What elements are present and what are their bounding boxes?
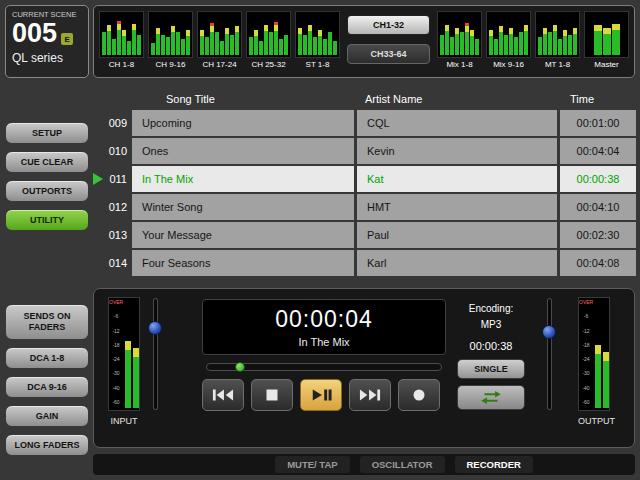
tab-recorder[interactable]: RECORDER (455, 456, 533, 473)
meter-group-label: Mix 1-8 (446, 60, 472, 69)
meter-bar (509, 28, 513, 55)
meter-bar (563, 30, 567, 55)
meter-bar (269, 32, 273, 55)
sidebar-button-cue-clear[interactable]: CUE CLEAR (5, 151, 89, 173)
meter-bar (176, 32, 180, 55)
meter-bar (284, 35, 288, 56)
song-time-cell: 00:02:30 (560, 222, 636, 248)
sidebar-button-sends-on-faders[interactable]: SENDS ON FADERS (5, 304, 89, 340)
meter-group-label: Master (594, 60, 618, 69)
play-pause-button[interactable] (300, 379, 342, 411)
input-fader-knob[interactable] (148, 321, 162, 335)
progress-bar[interactable] (206, 363, 442, 371)
encoding-label: Encoding: (454, 301, 528, 317)
song-title-cell: In The Mix (132, 166, 354, 192)
meter-display (148, 11, 193, 58)
fader-track (154, 299, 157, 409)
song-number-cell: 012 (93, 194, 129, 220)
meter-bar (112, 39, 116, 55)
song-number-cell: 014 (93, 250, 129, 276)
meter-bar (133, 348, 139, 408)
bank-button-ch33-64[interactable]: CH33-64 (347, 44, 430, 64)
meter-bar (102, 32, 106, 55)
meter-display (197, 11, 242, 58)
table-row[interactable]: 011In The MixKat00:00:38 (93, 166, 635, 192)
meter-bar (558, 39, 562, 55)
song-number: 013 (109, 229, 127, 241)
tab-oscillator[interactable]: OSCILLATOR (360, 456, 445, 473)
previous-track-button[interactable] (202, 379, 244, 411)
repeat-button[interactable] (457, 385, 525, 410)
meter-group-label: CH 17-24 (202, 60, 236, 69)
meter-bar (603, 28, 611, 55)
next-track-button[interactable] (349, 379, 391, 411)
sidebar-button-long-faders[interactable]: LONG FADERS (5, 434, 89, 456)
meter-bar (205, 37, 209, 55)
meter-bar (298, 28, 302, 55)
song-artist-cell: Kat (357, 166, 557, 192)
output-label: OUTPUT (578, 416, 610, 426)
meter-bar (318, 30, 322, 55)
song-number-cell: 011 (93, 166, 129, 192)
meter-scale: OVER-6-12-18-24-30-40-60 (109, 298, 123, 410)
meter-bar (249, 37, 253, 55)
meter-bar (279, 39, 283, 55)
sidebar-button-setup[interactable]: SETUP (5, 122, 89, 144)
recorder-panel: OVER-6-12-18-24-30-40-60 INPUT 00:00:04 … (93, 288, 635, 448)
meter-bridge: CH 1-8CH 9-16CH 17-24CH 25-32ST 1-8 CH1-… (93, 5, 635, 78)
song-title-cell: Winter Song (132, 194, 354, 220)
tab-mute-tap[interactable]: MUTE/ TAP (275, 456, 350, 473)
encoding-value: MP3 (454, 317, 528, 333)
record-button[interactable] (398, 379, 440, 411)
progress-knob[interactable] (235, 362, 245, 372)
meter-groups-left: CH 1-8CH 9-16CH 17-24CH 25-32ST 1-8 (98, 11, 341, 69)
output-fader-knob[interactable] (542, 325, 556, 339)
meter-scale: OVER-6-12-18-24-30-40-60 (579, 298, 593, 410)
meter-bar (215, 32, 219, 55)
app-root: CURRENT SCENE 005 E QL series CH 1-8CH 9… (0, 0, 640, 480)
bank-button-ch1-32[interactable]: CH1-32 (347, 15, 430, 35)
meter-bar (519, 32, 523, 55)
song-artist-cell: HMT (357, 194, 557, 220)
time-display: 00:00:04 In The Mix (202, 299, 446, 355)
table-row[interactable]: 009UpcomingCQL00:01:00 (93, 110, 635, 136)
meter-bar (225, 28, 229, 55)
output-fader[interactable] (544, 299, 556, 409)
current-song-title: In The Mix (298, 336, 349, 348)
song-artist-cell: Paul (357, 222, 557, 248)
sidebar-button-dca-9-16[interactable]: DCA 9-16 (5, 376, 89, 398)
song-number-cell: 013 (93, 222, 129, 248)
input-fader[interactable] (150, 299, 162, 409)
meter-group-st-1-8: ST 1-8 (294, 11, 341, 69)
meter-bar (612, 24, 620, 55)
table-row[interactable]: 013Your MessagePaul00:02:30 (93, 222, 635, 248)
meter-bar (132, 24, 136, 55)
meter-group-label: CH 25-32 (251, 60, 285, 69)
meter-bar (328, 32, 332, 55)
meter-bar (127, 41, 131, 55)
sidebar-button-dca-1-8[interactable]: DCA 1-8 (5, 347, 89, 369)
meter-channels (593, 298, 611, 410)
single-mode-button[interactable]: SINGLE (457, 359, 525, 379)
song-title-cell: Four Seasons (132, 250, 354, 276)
meter-bar (274, 22, 278, 55)
meter-display (535, 11, 580, 58)
meter-channels (123, 298, 141, 410)
sidebar-button-utility[interactable]: UTILITY (5, 209, 89, 231)
sidebar-button-gain[interactable]: GAIN (5, 405, 89, 427)
encoding-info: Encoding: MP3 (454, 301, 528, 333)
meter-bar (548, 32, 552, 55)
song-artist-cell: Karl (357, 250, 557, 276)
meter-group-label: CH 1-8 (109, 60, 134, 69)
meter-bar (603, 352, 609, 408)
table-row[interactable]: 012Winter SongHMT00:04:10 (93, 194, 635, 220)
meter-bar (161, 35, 165, 56)
table-row[interactable]: 014Four SeasonsKarl00:04:08 (93, 250, 635, 276)
sidebar-button-outports[interactable]: OUTPORTS (5, 180, 89, 202)
table-row[interactable]: 010OnesKevin00:04:04 (93, 138, 635, 164)
song-artist-cell: CQL (357, 110, 557, 136)
stop-button[interactable] (251, 379, 293, 411)
song-time-cell: 00:04:04 (560, 138, 636, 164)
meter-display (437, 11, 482, 58)
meter-bar (200, 30, 204, 55)
